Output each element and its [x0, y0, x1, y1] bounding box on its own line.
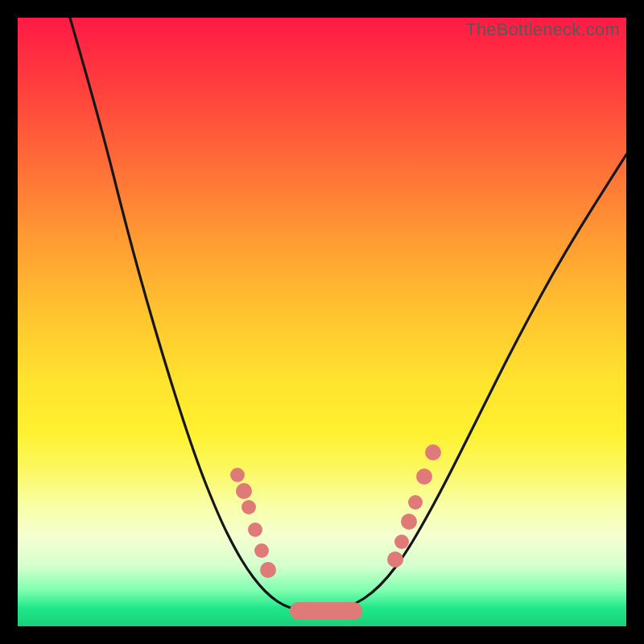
plot-area: TheBottleneck.com — [18, 18, 626, 626]
marker-dot — [248, 522, 262, 537]
marker-dot — [425, 444, 441, 460]
marker-dot — [236, 483, 252, 499]
marker-dot — [416, 469, 432, 485]
marker-dot — [254, 543, 269, 558]
marker-dot — [230, 468, 245, 482]
bottom-capsule-rect — [290, 602, 362, 620]
marker-dot — [260, 562, 276, 578]
marker-dot — [401, 514, 417, 530]
bottleneck-curve — [68, 18, 626, 611]
bottleneck-curve-svg — [18, 18, 626, 626]
markers-left — [230, 468, 276, 578]
marker-dot — [242, 500, 256, 514]
marker-dot — [387, 551, 403, 568]
bottom-capsule — [290, 602, 362, 620]
marker-dot — [408, 495, 423, 510]
marker-dot — [394, 535, 409, 549]
